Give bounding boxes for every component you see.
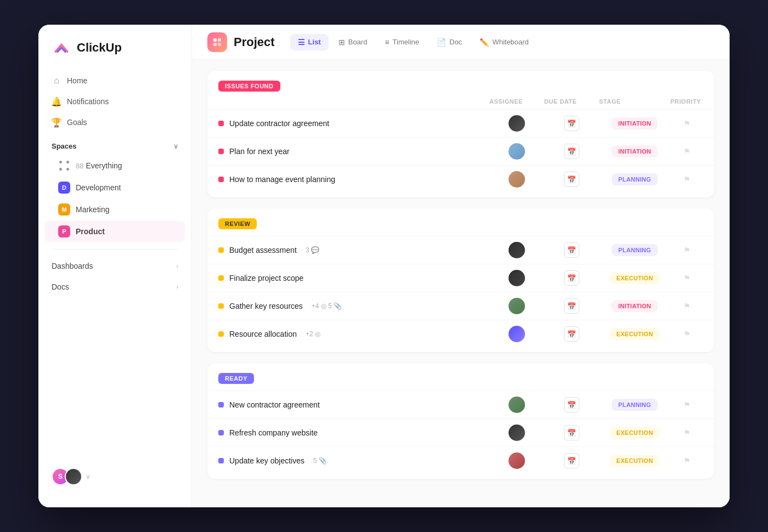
task-name: Budget assessment xyxy=(229,246,297,254)
stage-cell: INITIATION xyxy=(599,117,670,129)
tab-board-label: Board xyxy=(348,38,368,46)
assignee-cell xyxy=(489,242,544,258)
table-row[interactable]: Plan for next year 📅 INITIATION ⚑ xyxy=(207,137,714,165)
calendar-icon[interactable]: 📅 xyxy=(564,397,579,412)
sidebar-item-notifications[interactable]: 🔔 Notifications xyxy=(45,92,185,111)
stage-cell: INITIATION xyxy=(599,300,670,312)
avatar-stack: S ∨ xyxy=(52,468,91,485)
assignee-cell xyxy=(489,298,544,314)
sidebar-item-product-label: Product xyxy=(76,227,105,236)
avatar xyxy=(509,452,525,469)
stage-cell: PLANNING xyxy=(599,399,670,411)
sidebar-item-home[interactable]: ⌂ Home xyxy=(45,71,185,90)
stage-badge: INITIATION xyxy=(612,300,658,312)
issues-header-row: ISSUES FOUND xyxy=(207,81,714,98)
calendar-icon[interactable]: 📅 xyxy=(564,425,579,440)
list-tab-icon: ☰ xyxy=(298,38,305,47)
sidebar-item-product[interactable]: P Product xyxy=(45,221,185,242)
table-row[interactable]: Resource allocation +2 ◎ 📅 EXECUTION ⚑ xyxy=(207,320,714,348)
stage-cell: PLANNING xyxy=(599,244,670,256)
task-name-cell: New contractor agreement xyxy=(218,400,489,409)
stage-badge: EXECUTION xyxy=(610,328,660,340)
table-row[interactable]: Finalize project scope 📅 EXECUTION ⚑ xyxy=(207,264,714,292)
stage-cell: INITIATION xyxy=(599,145,670,157)
sidebar-item-goals-label: Goals xyxy=(67,118,87,127)
trophy-icon: 🏆 xyxy=(52,117,61,127)
calendar-icon[interactable]: 📅 xyxy=(564,116,579,131)
spaces-chevron-icon[interactable]: ∨ xyxy=(173,143,178,150)
table-row[interactable]: Gather key resources +4 ◎ 5 📎 📅 INITIATI… xyxy=(207,292,714,320)
table-row[interactable]: New contractor agreement 📅 PLANNING ⚑ xyxy=(207,390,714,418)
task-dot xyxy=(218,331,224,337)
table-row[interactable]: Update key objectives 5 📎 📅 EXECUTION ⚑ xyxy=(207,446,714,474)
sidebar-item-marketing[interactable]: M Marketing xyxy=(45,199,185,220)
priority-cell: ⚑ xyxy=(670,455,703,466)
assignee-cell xyxy=(489,171,544,188)
task-name: Finalize project scope xyxy=(229,274,303,282)
avatar xyxy=(509,425,525,441)
task-list-area: ISSUES FOUND ASSIGNEE DUE DATE STAGE PRI… xyxy=(192,60,730,507)
everything-count: 88 xyxy=(76,162,83,170)
task-dot xyxy=(218,149,224,154)
avatar xyxy=(509,326,525,342)
tab-doc[interactable]: 📄 Doc xyxy=(429,34,470,50)
table-row[interactable]: Budget assessment 3 💬 📅 PLANNING ⚑ xyxy=(207,236,714,264)
sidebar-item-everything-label: Everything xyxy=(86,161,122,170)
app-container: ClickUp ⌂ Home 🔔 Notifications 🏆 Goals S… xyxy=(38,25,730,507)
everything-dots-icon xyxy=(58,160,70,172)
calendar-icon[interactable]: 📅 xyxy=(564,270,579,286)
calendar-icon[interactable]: 📅 xyxy=(564,298,579,314)
task-dot xyxy=(218,402,224,408)
section-issues: ISSUES FOUND ASSIGNEE DUE DATE STAGE PRI… xyxy=(207,71,714,197)
tab-whiteboard[interactable]: ✏️ Whiteboard xyxy=(472,34,536,50)
priority-cell: ⚑ xyxy=(670,174,703,185)
task-name: Update contractor agreement xyxy=(229,119,329,128)
calendar-icon[interactable]: 📅 xyxy=(564,453,579,468)
home-icon: ⌂ xyxy=(52,76,61,86)
avatar-user2[interactable] xyxy=(65,468,82,485)
priority-cell: ⚑ xyxy=(670,301,703,312)
date-cell: 📅 xyxy=(544,298,599,314)
sidebar-divider xyxy=(52,249,178,250)
calendar-icon[interactable]: 📅 xyxy=(564,326,579,342)
logo-area: ClickUp xyxy=(38,38,191,71)
task-name-cell: Gather key resources +4 ◎ 5 📎 xyxy=(218,302,489,310)
svg-rect-2 xyxy=(213,43,217,46)
task-dot xyxy=(218,177,224,182)
task-name-cell: Update key objectives 5 📎 xyxy=(218,456,489,465)
table-row[interactable]: Refresh company website 📅 EXECUTION ⚑ xyxy=(207,418,714,446)
calendar-icon[interactable]: 📅 xyxy=(564,144,579,159)
tab-doc-label: Doc xyxy=(449,38,462,46)
bell-icon: 🔔 xyxy=(52,97,61,106)
tab-list[interactable]: ☰ List xyxy=(290,34,329,50)
svg-rect-1 xyxy=(218,38,221,42)
marketing-badge: M xyxy=(58,203,70,216)
sidebar-item-development[interactable]: D Development xyxy=(45,177,185,198)
stage-cell: PLANNING xyxy=(599,173,670,185)
calendar-icon[interactable]: 📅 xyxy=(564,242,579,258)
sidebar-item-docs[interactable]: Docs › xyxy=(45,277,185,297)
sidebar-item-notifications-label: Notifications xyxy=(67,97,109,106)
table-row[interactable]: How to manage event planning 📅 PLANNING … xyxy=(207,165,714,193)
tab-board[interactable]: ⊞ Board xyxy=(331,34,375,50)
section-ready: READY New contractor agreement 📅 xyxy=(207,363,714,479)
avatar-chevron-icon[interactable]: ∨ xyxy=(86,473,91,480)
tab-timeline[interactable]: ≡ Timeline xyxy=(377,34,427,50)
date-cell: 📅 xyxy=(544,144,599,159)
table-row[interactable]: Update contractor agreement 📅 INITIATION… xyxy=(207,109,714,137)
svg-rect-3 xyxy=(218,43,221,46)
priority-cell: ⚑ xyxy=(670,329,703,339)
calendar-icon[interactable]: 📅 xyxy=(564,172,579,187)
priority-flag-icon: ⚑ xyxy=(681,174,692,185)
task-name: Refresh company website xyxy=(229,428,318,437)
sidebar-item-goals[interactable]: 🏆 Goals xyxy=(45,112,185,132)
task-name-cell: Refresh company website xyxy=(218,428,489,437)
sidebar-item-dashboards[interactable]: Dashboards › xyxy=(45,256,185,276)
sidebar-item-everything[interactable]: 88 Everything xyxy=(45,155,185,176)
task-name-cell: Budget assessment 3 💬 xyxy=(218,246,489,254)
top-bar: Project ☰ List ⊞ Board ≡ Timeline 📄 Doc xyxy=(192,25,730,60)
date-cell: 📅 xyxy=(544,326,599,342)
avatar xyxy=(509,171,525,188)
tab-whiteboard-label: Whiteboard xyxy=(492,38,528,46)
main-content: Project ☰ List ⊞ Board ≡ Timeline 📄 Doc xyxy=(192,25,730,507)
